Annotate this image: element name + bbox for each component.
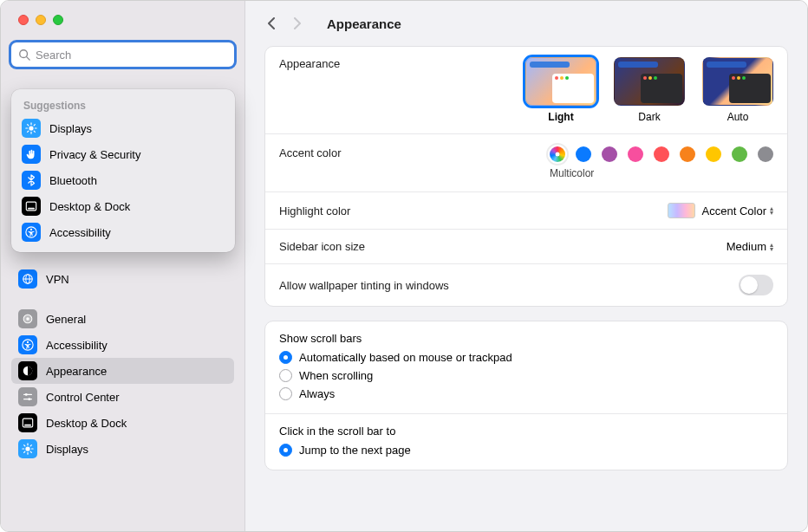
suggestion-item[interactable]: Desktop & Dock: [11, 193, 235, 219]
radio-button[interactable]: [279, 444, 292, 457]
accent-swatch-graphite[interactable]: [758, 146, 773, 162]
appearance-thumb-label: Light: [548, 111, 573, 123]
sidebar-item-label: Accessibility: [46, 339, 108, 352]
suggestion-label: Desktop & Dock: [49, 200, 130, 213]
accent-swatch-red[interactable]: [654, 146, 669, 162]
accessibility-icon: [22, 223, 41, 242]
svg-point-21: [27, 341, 29, 343]
sliders-icon: [18, 387, 37, 406]
sidebar-item[interactable]: Displays: [11, 436, 234, 462]
appearance-thumb-label: Auto: [727, 111, 749, 123]
sidebar-item[interactable]: VPN: [11, 266, 234, 292]
sidebar-item[interactable]: Desktop & Dock: [11, 410, 234, 436]
suggestion-label: Bluetooth: [49, 174, 97, 187]
radio-button[interactable]: [279, 369, 292, 382]
search-input[interactable]: [11, 42, 234, 67]
search-icon: [18, 49, 30, 61]
suggestion-item[interactable]: Displays: [11, 115, 235, 141]
suggestions-header: Suggestions: [11, 96, 235, 115]
sidebar-item-label: VPN: [46, 273, 69, 286]
main-panel: Appearance Appearance LightDarkAuto Acce…: [245, 1, 807, 531]
sidebar-item-label: Desktop & Dock: [46, 417, 127, 430]
close-window-button[interactable]: [18, 15, 29, 25]
appearance-thumb-preview: [702, 57, 773, 106]
suggestion-label: Accessibility: [49, 226, 111, 239]
radio-option[interactable]: When scrolling: [279, 367, 773, 385]
wallpaper-tinting-label: Allow wallpaper tinting in windows: [279, 279, 449, 292]
radio-option[interactable]: Jump to the next page: [279, 441, 773, 459]
accent-swatch-yellow[interactable]: [706, 146, 721, 162]
hand-icon: [22, 145, 41, 164]
svg-point-14: [30, 229, 32, 230]
svg-point-29: [25, 446, 29, 451]
radio-button[interactable]: [279, 351, 292, 364]
svg-line-9: [28, 131, 29, 132]
dock-icon: [22, 197, 41, 216]
suggestion-label: Displays: [49, 122, 92, 135]
sidebar-icon-size-popup[interactable]: Medium ▴▾: [727, 240, 773, 253]
minimize-window-button[interactable]: [36, 15, 46, 25]
suggestion-item[interactable]: Bluetooth: [11, 167, 235, 193]
accent-swatch-green[interactable]: [732, 146, 747, 162]
dock-icon: [18, 413, 37, 432]
search-field-container: [11, 42, 234, 67]
globe-icon: [18, 269, 37, 289]
appearance-row: Appearance LightDarkAuto: [265, 47, 787, 134]
back-button[interactable]: [263, 14, 282, 33]
svg-line-36: [24, 451, 25, 452]
sidebar: Suggestions DisplaysPrivacy & SecurityBl…: [1, 1, 245, 531]
radio-option[interactable]: Always: [279, 385, 773, 403]
window-controls: [1, 1, 244, 25]
highlight-color-row: Highlight color Accent Color ▴▾: [265, 192, 787, 230]
accent-swatch-multicolor[interactable]: [550, 146, 565, 162]
svg-line-10: [34, 125, 35, 126]
svg-point-25: [25, 393, 28, 396]
appearance-thumb-dark[interactable]: Dark: [614, 57, 685, 123]
svg-line-37: [30, 445, 31, 446]
radio-label: Automatically based on mouse or trackpad: [299, 351, 512, 364]
appearance-thumb-light[interactable]: Light: [525, 57, 596, 123]
page-title: Appearance: [327, 16, 401, 31]
accent-swatch-pink[interactable]: [628, 146, 643, 162]
zoom-window-button[interactable]: [53, 15, 63, 25]
sidebar-item-label: Displays: [46, 443, 88, 456]
radio-label: Always: [299, 387, 335, 400]
appearance-thumb-label: Dark: [638, 111, 660, 123]
accent-swatch-blue[interactable]: [576, 146, 591, 162]
suggestion-item[interactable]: Privacy & Security: [11, 141, 235, 167]
accent-color-row: Accent color Multicolor: [265, 134, 787, 192]
sidebar-item[interactable]: Appearance: [11, 358, 234, 384]
wallpaper-tinting-toggle[interactable]: [739, 275, 773, 295]
suggestion-item[interactable]: Accessibility: [11, 219, 235, 245]
forward-button[interactable]: [287, 14, 306, 33]
radio-option[interactable]: Automatically based on mouse or trackpad: [279, 348, 773, 367]
highlight-color-popup[interactable]: Accent Color ▴▾: [702, 204, 773, 217]
sidebar-item-label: General: [46, 313, 86, 326]
sidebar-icon-size-value: Medium: [727, 240, 766, 253]
sidebar-item-label: Control Center: [46, 391, 120, 404]
svg-point-2: [29, 126, 33, 130]
sidebar-item[interactable]: Control Center: [11, 384, 234, 410]
svg-line-34: [24, 445, 25, 446]
svg-line-35: [30, 451, 31, 452]
appearance-thumb-preview: [525, 57, 596, 106]
accent-color-label: Accent color: [279, 146, 342, 159]
sidebar-item[interactable]: General: [11, 306, 234, 332]
content-scroll[interactable]: Appearance LightDarkAuto Accent color Mu…: [245, 46, 807, 484]
chevron-updown-icon: ▴▾: [770, 206, 773, 215]
topbar: Appearance: [245, 1, 807, 46]
svg-rect-28: [24, 425, 31, 426]
svg-point-26: [28, 398, 30, 400]
bluetooth-icon: [22, 171, 41, 190]
sun-icon: [22, 119, 41, 138]
accent-color-sub: Multicolor: [550, 167, 594, 179]
gear-icon: [18, 309, 37, 328]
accent-swatch-orange[interactable]: [680, 146, 695, 162]
appearance-thumb-auto[interactable]: Auto: [702, 57, 773, 123]
sidebar-item[interactable]: Accessibility: [11, 332, 234, 358]
settings-window: Suggestions DisplaysPrivacy & SecurityBl…: [0, 0, 808, 532]
radio-button[interactable]: [279, 387, 292, 400]
radio-label: When scrolling: [299, 369, 373, 382]
accent-swatch-purple[interactable]: [602, 146, 617, 162]
scroll-card: Show scroll bars Automatically based on …: [264, 321, 788, 470]
